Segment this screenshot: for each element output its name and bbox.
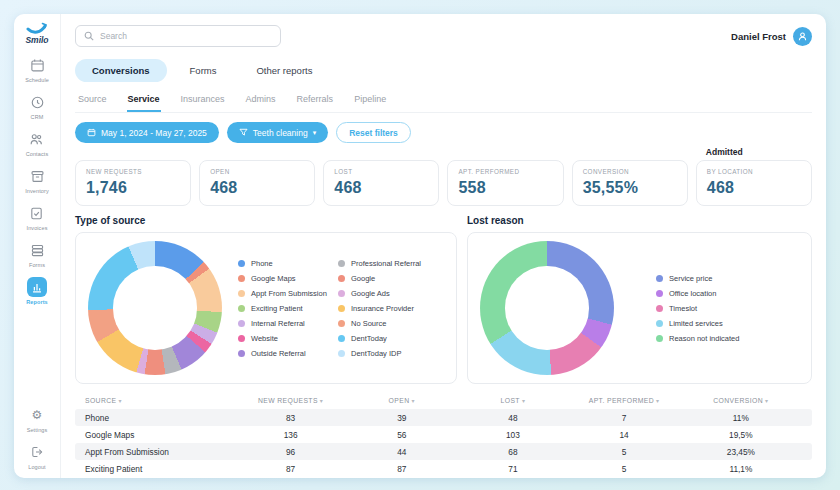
column-header[interactable]: NEW REQUESTS▾ [235, 397, 346, 404]
table-cell: 71 [457, 464, 568, 474]
legend-item: Service price [656, 271, 739, 286]
kpi-label: APT. PERFORMED [458, 168, 552, 175]
column-header[interactable]: CONVERSION▾ [680, 397, 802, 404]
tab-other-reports[interactable]: Other reports [239, 59, 329, 82]
sidebar-item-invoices[interactable]: Invoices [27, 203, 48, 231]
logo-text: Smilo [25, 35, 48, 45]
main-content: Daniel Frost Conversions Forms Other rep… [61, 14, 826, 478]
sort-caret-icon[interactable]: ▾ [522, 398, 525, 404]
legend-dot-icon [338, 320, 345, 327]
kpi-value: 1,746 [86, 179, 180, 197]
bar-chart-icon [27, 277, 47, 297]
date-range-picker[interactable]: May 1, 2024 - May 27, 2025 [75, 122, 219, 143]
source-table: SOURCE▾NEW REQUESTS▾OPEN▾LOST▾APT. PERFO… [75, 393, 812, 477]
table-cell: 87 [346, 464, 457, 474]
legend-label: Reason not indicated [669, 334, 739, 343]
column-header[interactable]: SOURCE▾ [85, 397, 235, 404]
table-cell: 11,1% [680, 464, 802, 474]
subtab-referrals[interactable]: Referrals [296, 87, 335, 112]
legend-label: Appt From Submission [251, 289, 327, 298]
legend-dot-icon [338, 305, 345, 312]
legend-dot-icon [338, 290, 345, 297]
subtab-service[interactable]: Service [127, 87, 161, 112]
sort-caret-icon[interactable]: ▾ [320, 398, 323, 404]
legend-item: Insurance Provider [338, 301, 448, 316]
sidebar-item-label: Logout [28, 464, 45, 470]
sidebar-item-schedule[interactable]: Schedule [25, 55, 49, 83]
chevron-down-icon: ▾ [313, 129, 317, 136]
kpi-cards: NEW REQUESTS 1,746 OPEN 468 LOST 468 APT… [75, 160, 812, 206]
lost-reason-chart-card: Service priceOffice locationTimeslotLimi… [467, 232, 812, 384]
table-cell: 5 [569, 464, 680, 474]
kpi-card-new-requests: NEW REQUESTS 1,746 [75, 160, 191, 206]
legend-item: Google Maps [238, 271, 338, 286]
legend-item: Phone [238, 256, 338, 271]
service-filter-dropdown[interactable]: Teeth cleaning ▾ [227, 122, 328, 143]
calendar-icon [27, 55, 47, 75]
sort-caret-icon[interactable]: ▾ [656, 398, 659, 404]
contacts-icon [27, 129, 47, 149]
sidebar-item-logout[interactable]: Logout [27, 442, 47, 470]
reset-filters-button[interactable]: Reset filters [336, 122, 411, 143]
tab-forms[interactable]: Forms [173, 59, 234, 82]
legend-label: Google [351, 274, 375, 283]
kpi-label: NEW REQUESTS [86, 168, 180, 175]
legend-item: DentToday IDP [338, 346, 448, 361]
subtab-insurances[interactable]: Insurances [180, 87, 226, 112]
table-row[interactable]: Google Maps136561031419,5% [75, 426, 812, 443]
table-cell-source: Exciting Patient [85, 464, 235, 474]
kpi-value: 468 [210, 179, 304, 197]
tab-conversions[interactable]: Conversions [75, 59, 167, 82]
sidebar-item-contacts[interactable]: Contacts [26, 129, 49, 157]
search-icon [84, 31, 94, 41]
sort-caret-icon[interactable]: ▾ [118, 398, 121, 404]
sort-caret-icon[interactable]: ▾ [411, 398, 414, 404]
legend-item: Timeslot [656, 301, 739, 316]
table-cell: 7 [569, 413, 680, 423]
column-header[interactable]: APT. PERFORMED▾ [569, 397, 680, 404]
sidebar-item-reports[interactable]: Reports [26, 277, 47, 305]
table-row[interactable]: Phone833948711% [75, 409, 812, 426]
legend-dot-icon [238, 335, 245, 342]
legend-label: Exciting Patient [251, 304, 303, 313]
chart-title: Type of source [75, 215, 457, 226]
sidebar-item-settings[interactable]: ⚙ Settings [27, 405, 48, 433]
table-cell: 103 [457, 430, 568, 440]
legend-label: Limited services [669, 319, 723, 328]
table-cell: 48 [457, 413, 568, 423]
lost-reason-donut-chart[interactable] [480, 241, 614, 375]
app-logo[interactable]: Smilo [25, 21, 48, 45]
charts-section: Type of source PhoneGoogle MapsAppt From… [75, 215, 812, 384]
column-header[interactable]: OPEN▾ [346, 397, 457, 404]
sidebar-item-forms[interactable]: Forms [27, 240, 47, 268]
legend-label: Outside Referral [251, 349, 306, 358]
subtab-admins[interactable]: Admins [245, 87, 277, 112]
lost-reason-chart-block: Lost reason Service priceOffice location… [467, 215, 812, 384]
avatar[interactable] [793, 27, 812, 46]
admitted-label: Admitted [696, 147, 812, 158]
admitted-row: Admitted [75, 147, 812, 158]
sidebar-item-inventory[interactable]: Inventory [25, 166, 49, 194]
invoices-icon [27, 203, 47, 223]
type-of-source-donut-chart[interactable] [88, 241, 222, 375]
legend-dot-icon [238, 305, 245, 312]
table-row[interactable]: Exciting Patient878771511,1% [75, 460, 812, 477]
subtab-source[interactable]: Source [77, 87, 108, 112]
search-box[interactable] [75, 25, 281, 47]
legend-item: Google Ads [338, 286, 448, 301]
sidebar-item-label: Reports [26, 299, 47, 305]
kpi-value: 558 [458, 179, 552, 197]
table-row[interactable]: Appt From Submission964468523,45% [75, 443, 812, 460]
search-input[interactable] [100, 31, 272, 41]
legend-label: Office location [669, 289, 716, 298]
legend-label: Internal Referral [251, 319, 305, 328]
column-header[interactable]: LOST▾ [457, 397, 568, 404]
legend-dot-icon [656, 275, 663, 282]
subtab-pipeline[interactable]: Pipeline [353, 87, 387, 112]
legend-item: Limited services [656, 316, 739, 331]
sidebar-item-crm[interactable]: CRM [27, 92, 47, 120]
sort-caret-icon[interactable]: ▾ [765, 398, 768, 404]
legend-dot-icon [238, 290, 245, 297]
legend-item: Internal Referral [238, 316, 338, 331]
user-menu[interactable]: Daniel Frost [731, 27, 812, 46]
